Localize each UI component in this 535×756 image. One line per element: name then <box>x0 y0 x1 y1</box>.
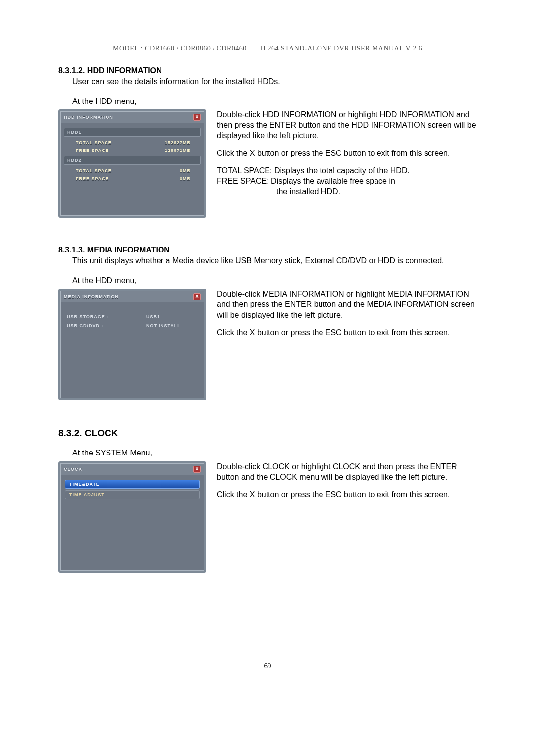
usb-cd-row: USB CD/DVD : NOT INSTALL <box>64 321 201 330</box>
total-space-label-2: TOTAL SPACE <box>76 168 112 173</box>
hdd2-total-value: 0MB <box>180 168 196 173</box>
hdd-info-p1: Double-click HDD INFORMATION or highligh… <box>217 109 477 141</box>
hdd1-free-value: 128671MB <box>165 148 196 153</box>
section-intro-hdd: User can see the details information for… <box>72 76 477 87</box>
clock-p2: Click the X button or press the ESC butt… <box>217 489 477 500</box>
hdd-info-description: Double-click HDD INFORMATION or highligh… <box>217 109 477 218</box>
close-icon[interactable]: X <box>193 466 201 473</box>
hdd2-header: HDD2 <box>64 156 201 165</box>
hdd-info-p2: Click the X button or press the ESC butt… <box>217 148 477 158</box>
close-icon[interactable]: X <box>193 293 201 300</box>
panel-title-clock: CLOCK <box>64 467 82 472</box>
panel-title-media: MEDIA INFORMATION <box>64 294 119 299</box>
document-header: MODEL : CDR1660 / CDR0860 / CDR0460 H.26… <box>58 45 477 52</box>
panel-body-media: USB STORAGE : USB1 USB CD/DVD : NOT INST… <box>61 302 204 398</box>
free-space-label-2: FREE SPACE <box>76 176 109 181</box>
panel-body: HDD1 TOTAL SPACE 152627MB FREE SPACE 128… <box>61 123 204 215</box>
at-hdd-menu-2: At the HDD menu, <box>72 275 477 286</box>
panel-titlebar-media: MEDIA INFORMATION X <box>61 291 204 302</box>
usb-cd-value: NOT INSTALL <box>146 323 181 328</box>
media-info-description: Double-click MEDIA INFORMATION or highli… <box>217 289 477 400</box>
hdd1-total-value: 152627MB <box>165 140 196 145</box>
free-space-label: FREE SPACE <box>76 148 109 153</box>
total-space-label: TOTAL SPACE <box>76 140 112 145</box>
hdd2-free-value: 0MB <box>180 176 196 181</box>
panel-titlebar-clock: CLOCK X <box>61 464 204 475</box>
hdd-information-panel: HDD INFORMATION X HDD1 TOTAL SPACE 15262… <box>58 109 206 218</box>
at-hdd-menu-1: At the HDD menu, <box>72 96 477 107</box>
free-space-desc-1: FREE SPACE: Displays the available free … <box>217 176 477 186</box>
hdd1-header: HDD1 <box>64 128 201 137</box>
section-title-clock: 8.3.2. CLOCK <box>58 428 477 439</box>
menu-item-time-date[interactable]: TIME&DATE <box>65 480 200 489</box>
panel-title: HDD INFORMATION <box>64 115 113 120</box>
hdd2-total-row: TOTAL SPACE 0MB <box>64 167 201 175</box>
doc-title-line: H.264 STAND-ALONE DVR USER MANUAL V 2.6 <box>261 45 422 52</box>
clock-panel: CLOCK X TIME&DATE TIME ADJUST <box>58 461 206 573</box>
usb-storage-value: USB1 <box>146 314 160 319</box>
media-info-p2: Click the X button or press the ESC butt… <box>217 327 477 338</box>
hdd2-free-row: FREE SPACE 0MB <box>64 175 201 183</box>
panel-titlebar: HDD INFORMATION X <box>61 112 204 123</box>
clock-p1: Double-click CLOCK or highlight CLOCK an… <box>217 461 477 482</box>
close-icon[interactable]: X <box>193 114 201 121</box>
media-information-panel: MEDIA INFORMATION X USB STORAGE : USB1 U… <box>58 289 206 400</box>
hdd1-total-row: TOTAL SPACE 152627MB <box>64 139 201 147</box>
usb-cd-label: USB CD/DVD : <box>67 323 121 328</box>
usb-storage-row: USB STORAGE : USB1 <box>64 312 201 321</box>
page-number: 69 <box>58 662 477 670</box>
at-system-menu: At the SYSTEM Menu, <box>72 448 477 458</box>
free-space-desc-2: the installed HDD. <box>276 186 477 197</box>
section-title-media-info: 8.3.1.3. MEDIA INFORMATION <box>58 246 477 254</box>
usb-storage-label: USB STORAGE : <box>67 314 121 319</box>
total-space-desc: TOTAL SPACE: Displays the total capacity… <box>217 165 477 176</box>
hdd1-free-row: FREE SPACE 128671MB <box>64 147 201 154</box>
media-info-p1: Double-click MEDIA INFORMATION or highli… <box>217 289 477 320</box>
section-title-hdd-info: 8.3.1.2. HDD INFORMATION <box>58 66 477 75</box>
section-intro-media: This unit displays whether a Media devic… <box>72 255 477 266</box>
menu-item-time-adjust[interactable]: TIME ADJUST <box>65 490 200 499</box>
model-line: MODEL : CDR1660 / CDR0860 / CDR0460 <box>113 45 247 52</box>
clock-description: Double-click CLOCK or highlight CLOCK an… <box>217 461 477 573</box>
panel-body-clock: TIME&DATE TIME ADJUST <box>61 475 204 570</box>
